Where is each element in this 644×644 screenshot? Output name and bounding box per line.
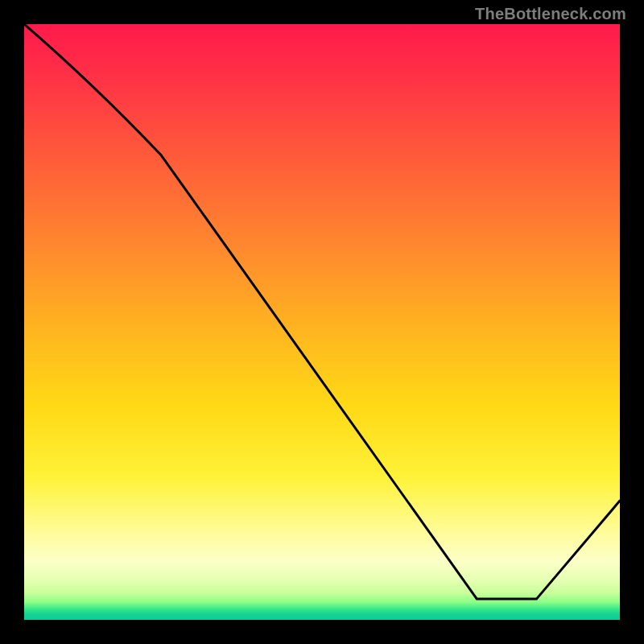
chart-frame: TheBottleneck.com bbox=[0, 0, 644, 644]
plot-area bbox=[24, 24, 620, 620]
bottleneck-curve bbox=[24, 24, 620, 599]
curve-svg bbox=[24, 24, 620, 620]
watermark-text: TheBottleneck.com bbox=[475, 5, 626, 23]
